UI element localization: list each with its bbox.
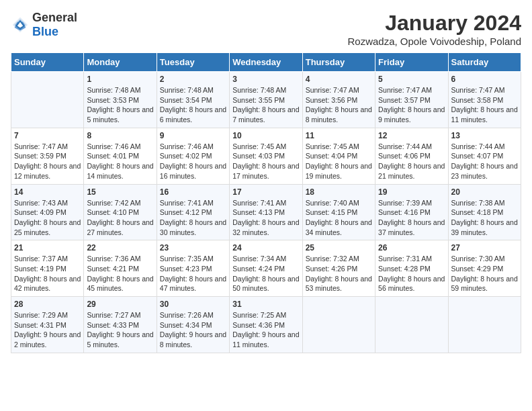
day-number: 31 (232, 300, 299, 309)
day-number: 3 (232, 75, 299, 84)
day-number: 24 (232, 243, 299, 253)
cell-info: Sunrise: 7:37 AMSunset: 4:19 PMDaylight:… (14, 254, 81, 293)
cell-info: Sunrise: 7:48 AMSunset: 3:55 PMDaylight:… (232, 85, 299, 125)
day-number: 13 (451, 131, 518, 140)
cell-info: Sunrise: 7:46 AMSunset: 4:01 PMDaylight:… (87, 142, 153, 181)
day-number: 21 (14, 243, 81, 253)
week-row-3: 21Sunrise: 7:37 AMSunset: 4:19 PMDayligh… (11, 240, 521, 297)
header-tuesday: Tuesday (157, 53, 229, 72)
main-title: January 2024 (347, 11, 521, 36)
cell-info: Sunrise: 7:40 AMSunset: 4:15 PMDaylight:… (306, 198, 372, 238)
calendar-cell: 10Sunrise: 7:45 AMSunset: 4:03 PMDayligh… (230, 128, 302, 184)
day-number: 18 (306, 187, 372, 197)
day-number: 9 (160, 131, 226, 140)
calendar-cell (302, 297, 375, 353)
day-number: 10 (232, 131, 299, 140)
cell-info: Sunrise: 7:26 AMSunset: 4:34 PMDaylight:… (160, 310, 226, 350)
header-thursday: Thursday (302, 53, 375, 72)
calendar-table: SundayMondayTuesdayWednesdayThursdayFrid… (11, 52, 521, 353)
header-friday: Friday (375, 53, 448, 72)
day-number: 4 (306, 75, 372, 84)
logo-icon (11, 15, 30, 34)
calendar-cell: 15Sunrise: 7:42 AMSunset: 4:10 PMDayligh… (84, 184, 157, 240)
cell-info: Sunrise: 7:47 AMSunset: 3:59 PMDaylight:… (14, 142, 81, 181)
cell-info: Sunrise: 7:25 AMSunset: 4:36 PMDaylight:… (232, 310, 299, 350)
calendar-cell: 6Sunrise: 7:47 AMSunset: 3:58 PMDaylight… (448, 72, 521, 128)
day-number: 2 (160, 75, 226, 84)
cell-info: Sunrise: 7:31 AMSunset: 4:28 PMDaylight:… (378, 254, 445, 293)
header-monday: Monday (84, 53, 157, 72)
calendar-cell: 22Sunrise: 7:36 AMSunset: 4:21 PMDayligh… (84, 240, 157, 297)
cell-info: Sunrise: 7:34 AMSunset: 4:24 PMDaylight:… (232, 254, 299, 293)
calendar-cell: 19Sunrise: 7:39 AMSunset: 4:16 PMDayligh… (375, 184, 448, 240)
calendar-cell: 3Sunrise: 7:48 AMSunset: 3:55 PMDaylight… (230, 72, 302, 128)
cell-info: Sunrise: 7:47 AMSunset: 3:56 PMDaylight:… (306, 85, 372, 125)
calendar-cell: 21Sunrise: 7:37 AMSunset: 4:19 PMDayligh… (11, 240, 84, 297)
cell-info: Sunrise: 7:30 AMSunset: 4:29 PMDaylight:… (451, 254, 518, 293)
day-number: 27 (451, 243, 518, 253)
header-row: SundayMondayTuesdayWednesdayThursdayFrid… (11, 53, 521, 72)
day-number: 12 (378, 131, 445, 140)
cell-info: Sunrise: 7:45 AMSunset: 4:03 PMDaylight:… (232, 142, 299, 181)
header-saturday: Saturday (448, 53, 521, 72)
cell-info: Sunrise: 7:41 AMSunset: 4:12 PMDaylight:… (160, 198, 226, 238)
cell-info: Sunrise: 7:42 AMSunset: 4:10 PMDaylight:… (87, 198, 153, 238)
logo: General Blue (11, 11, 77, 39)
calendar-cell: 20Sunrise: 7:38 AMSunset: 4:18 PMDayligh… (448, 184, 521, 240)
day-number: 1 (87, 75, 153, 84)
day-number: 30 (160, 300, 226, 309)
cell-info: Sunrise: 7:46 AMSunset: 4:02 PMDaylight:… (160, 142, 226, 181)
calendar-header: SundayMondayTuesdayWednesdayThursdayFrid… (11, 53, 521, 72)
cell-info: Sunrise: 7:47 AMSunset: 3:58 PMDaylight:… (451, 85, 518, 125)
cell-info: Sunrise: 7:32 AMSunset: 4:26 PMDaylight:… (306, 254, 372, 293)
week-row-1: 7Sunrise: 7:47 AMSunset: 3:59 PMDaylight… (11, 128, 521, 184)
day-number: 7 (14, 131, 81, 140)
cell-info: Sunrise: 7:29 AMSunset: 4:31 PMDaylight:… (14, 310, 81, 350)
cell-info: Sunrise: 7:45 AMSunset: 4:04 PMDaylight:… (306, 142, 372, 181)
calendar-cell: 9Sunrise: 7:46 AMSunset: 4:02 PMDaylight… (157, 128, 229, 184)
calendar-cell: 17Sunrise: 7:41 AMSunset: 4:13 PMDayligh… (230, 184, 302, 240)
cell-info: Sunrise: 7:41 AMSunset: 4:13 PMDaylight:… (232, 198, 299, 238)
logo-text: General Blue (32, 11, 77, 39)
header-wednesday: Wednesday (230, 53, 302, 72)
calendar-cell (375, 297, 448, 353)
week-row-4: 28Sunrise: 7:29 AMSunset: 4:31 PMDayligh… (11, 297, 521, 353)
day-number: 15 (87, 187, 153, 197)
subtitle: Rozwadza, Opole Voivodeship, Poland (347, 36, 521, 47)
calendar-cell (11, 72, 84, 128)
day-number: 17 (232, 187, 299, 197)
calendar-cell: 7Sunrise: 7:47 AMSunset: 3:59 PMDaylight… (11, 128, 84, 184)
cell-info: Sunrise: 7:48 AMSunset: 3:53 PMDaylight:… (87, 85, 153, 125)
day-number: 5 (378, 75, 445, 84)
day-number: 16 (160, 187, 226, 197)
calendar-cell: 14Sunrise: 7:43 AMSunset: 4:09 PMDayligh… (11, 184, 84, 240)
calendar-cell: 31Sunrise: 7:25 AMSunset: 4:36 PMDayligh… (230, 297, 302, 353)
calendar-cell: 18Sunrise: 7:40 AMSunset: 4:15 PMDayligh… (302, 184, 375, 240)
day-number: 19 (378, 187, 445, 197)
calendar-cell: 27Sunrise: 7:30 AMSunset: 4:29 PMDayligh… (448, 240, 521, 297)
calendar-cell: 4Sunrise: 7:47 AMSunset: 3:56 PMDaylight… (302, 72, 375, 128)
day-number: 8 (87, 131, 153, 140)
calendar-cell: 2Sunrise: 7:48 AMSunset: 3:54 PMDaylight… (157, 72, 229, 128)
day-number: 6 (451, 75, 518, 84)
calendar-cell: 28Sunrise: 7:29 AMSunset: 4:31 PMDayligh… (11, 297, 84, 353)
calendar-cell (448, 297, 521, 353)
calendar-cell: 25Sunrise: 7:32 AMSunset: 4:26 PMDayligh… (302, 240, 375, 297)
title-block: January 2024 Rozwadza, Opole Voivodeship… (347, 11, 521, 47)
cell-info: Sunrise: 7:47 AMSunset: 3:57 PMDaylight:… (378, 85, 445, 125)
week-row-2: 14Sunrise: 7:43 AMSunset: 4:09 PMDayligh… (11, 184, 521, 240)
day-number: 28 (14, 300, 81, 309)
day-number: 14 (14, 187, 81, 197)
calendar-cell: 29Sunrise: 7:27 AMSunset: 4:33 PMDayligh… (84, 297, 157, 353)
calendar-cell: 1Sunrise: 7:48 AMSunset: 3:53 PMDaylight… (84, 72, 157, 128)
calendar-cell: 16Sunrise: 7:41 AMSunset: 4:12 PMDayligh… (157, 184, 229, 240)
day-number: 22 (87, 243, 153, 253)
calendar-cell: 8Sunrise: 7:46 AMSunset: 4:01 PMDaylight… (84, 128, 157, 184)
header-sunday: Sunday (11, 53, 84, 72)
cell-info: Sunrise: 7:48 AMSunset: 3:54 PMDaylight:… (160, 85, 226, 125)
day-number: 29 (87, 300, 153, 309)
cell-info: Sunrise: 7:44 AMSunset: 4:07 PMDaylight:… (451, 142, 518, 181)
day-number: 25 (306, 243, 372, 253)
logo-general: General (32, 11, 77, 24)
cell-info: Sunrise: 7:35 AMSunset: 4:23 PMDaylight:… (160, 254, 226, 293)
